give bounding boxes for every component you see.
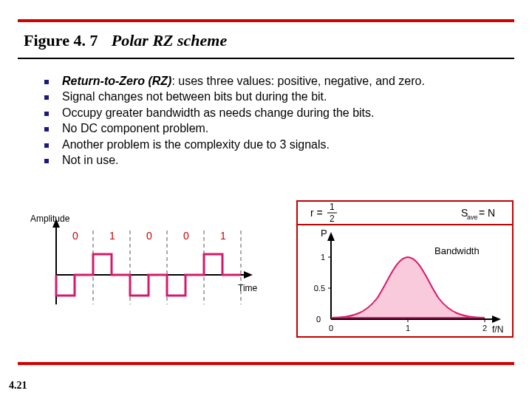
bw-ylabel: P: [321, 228, 327, 239]
rule-mid: [18, 58, 514, 59]
list-text: Return-to-Zero (RZ): uses three values: …: [62, 74, 425, 89]
bit-label: 0: [146, 230, 152, 242]
bw-curve-label: Bandwidth: [434, 245, 480, 256]
formula-r-var: r =: [310, 207, 323, 219]
waveform-diagram: Amplitude Time 0 1 0 0 1: [27, 208, 263, 327]
bit-label: 0: [72, 230, 78, 242]
svg-marker-14: [327, 232, 335, 241]
bw-xtick: 1: [406, 324, 410, 332]
svg-marker-3: [244, 271, 253, 279]
list-item: Another problem is the complexity due to…: [44, 137, 510, 152]
bw-xtick: 2: [482, 324, 487, 332]
list-item: Not in use.: [44, 153, 510, 168]
list-text: Not in use.: [62, 153, 118, 168]
bullet-icon: [44, 80, 49, 84]
figure-title: Figure 4. 7 Polar RZ scheme: [24, 31, 227, 50]
bw-xlabel: f/N: [492, 324, 503, 335]
bit-label: 1: [220, 230, 226, 242]
bullet-list: Return-to-Zero (RZ): uses three values: …: [44, 74, 510, 169]
bullet-icon: [44, 112, 49, 116]
bandwidth-diagram: r = 1 2 S ave = N P f/N 0 0.5 1 0 1 2: [296, 200, 514, 338]
list-text: No DC component problem.: [62, 121, 208, 136]
figure-caption: Polar RZ scheme: [112, 31, 227, 50]
bw-curve: [331, 257, 485, 318]
list-text: Another problem is the complexity due to…: [62, 137, 330, 152]
bit-label: 1: [109, 230, 115, 242]
formula-s-eq: = N: [479, 207, 495, 219]
rule-bottom: [18, 362, 514, 365]
formula-r-num: 1: [330, 202, 335, 212]
rule-top: [18, 19, 514, 22]
bw-ytick: 0.5: [314, 284, 325, 293]
bit-label: 0: [183, 230, 189, 242]
svg-marker-16: [492, 316, 501, 323]
waveform-ylabel: Amplitude: [30, 214, 70, 224]
bullet-icon: [44, 127, 49, 132]
bw-ytick: 0: [316, 315, 321, 324]
list-item: No DC component problem.: [44, 121, 510, 136]
list-text: Signal changes not between bits but duri…: [62, 89, 327, 104]
bullet-icon: [44, 143, 49, 148]
slide-root: Figure 4. 7 Polar RZ scheme Return-to-Ze…: [0, 0, 532, 399]
lead-rest: : uses three values: positive, negative,…: [171, 75, 424, 87]
page-number: 4.21: [9, 380, 27, 392]
figure-number: Figure 4. 7: [24, 31, 98, 50]
lead-term: Return-to-Zero (RZ): [62, 75, 171, 87]
bullet-icon: [44, 95, 49, 100]
formula-r-den: 2: [330, 214, 335, 224]
bullet-icon: [44, 159, 49, 163]
bw-ytick: 1: [321, 253, 325, 262]
list-item: Occupy greater bandwidth as needs change…: [44, 106, 510, 120]
list-item: Return-to-Zero (RZ): uses three values: …: [44, 74, 510, 89]
bw-xtick: 0: [329, 324, 333, 332]
list-item: Signal changes not between bits but duri…: [44, 89, 510, 104]
list-text: Occupy greater bandwidth as needs change…: [62, 106, 375, 120]
formula-s-sub: ave: [467, 214, 478, 221]
